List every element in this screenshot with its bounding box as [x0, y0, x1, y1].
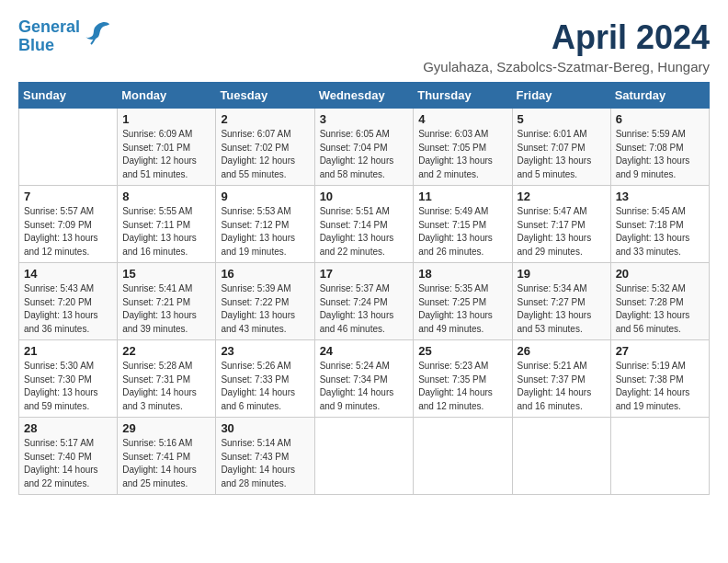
- calendar-cell: 18Sunrise: 5:35 AM Sunset: 7:25 PM Dayli…: [414, 263, 512, 340]
- calendar-cell: 30Sunrise: 5:14 AM Sunset: 7:43 PM Dayli…: [216, 418, 314, 495]
- day-number: 8: [122, 190, 210, 203]
- calendar-cell: 9Sunrise: 5:53 AM Sunset: 7:12 PM Daylig…: [216, 186, 314, 263]
- day-number: 4: [418, 112, 506, 126]
- day-number: 25: [418, 344, 506, 358]
- day-number: 14: [24, 267, 112, 281]
- calendar-cell: 27Sunrise: 5:19 AM Sunset: 7:38 PM Dayli…: [610, 340, 709, 418]
- day-info: Sunrise: 5:30 AM Sunset: 7:30 PM Dayligh…: [24, 360, 112, 413]
- day-info: Sunrise: 5:57 AM Sunset: 7:09 PM Dayligh…: [24, 205, 112, 259]
- calendar-cell: 11Sunrise: 5:49 AM Sunset: 7:15 PM Dayli…: [414, 186, 512, 263]
- weekday-friday: Friday: [512, 83, 610, 109]
- day-info: Sunrise: 5:34 AM Sunset: 7:27 PM Dayligh…: [518, 282, 606, 336]
- weekday-monday: Monday: [118, 83, 216, 109]
- day-number: 18: [418, 267, 506, 281]
- day-number: 2: [221, 112, 309, 126]
- day-info: Sunrise: 5:55 AM Sunset: 7:11 PM Dayligh…: [122, 205, 210, 259]
- day-number: 28: [24, 421, 112, 435]
- day-number: 29: [122, 421, 210, 435]
- day-info: Sunrise: 5:59 AM Sunset: 7:08 PM Dayligh…: [616, 128, 704, 181]
- weekday-thursday: Thursday: [414, 83, 512, 109]
- page-title: April 2024: [423, 18, 710, 57]
- day-info: Sunrise: 5:47 AM Sunset: 7:17 PM Dayligh…: [518, 205, 606, 259]
- day-info: Sunrise: 5:39 AM Sunset: 7:22 PM Dayligh…: [221, 282, 309, 336]
- day-info: Sunrise: 6:09 AM Sunset: 7:01 PM Dayligh…: [122, 128, 210, 181]
- weekday-saturday: Saturday: [610, 83, 709, 109]
- calendar-cell: 19Sunrise: 5:34 AM Sunset: 7:27 PM Dayli…: [512, 263, 610, 340]
- weekday-wednesday: Wednesday: [314, 83, 414, 109]
- day-info: Sunrise: 5:41 AM Sunset: 7:21 PM Dayligh…: [122, 282, 210, 336]
- calendar-cell: 3Sunrise: 6:05 AM Sunset: 7:04 PM Daylig…: [314, 109, 414, 186]
- day-number: 15: [122, 267, 210, 281]
- day-number: 19: [518, 267, 606, 281]
- day-number: 6: [616, 112, 704, 126]
- day-info: Sunrise: 5:49 AM Sunset: 7:15 PM Dayligh…: [418, 205, 506, 259]
- calendar-cell: 1Sunrise: 6:09 AM Sunset: 7:01 PM Daylig…: [118, 109, 216, 186]
- calendar-cell: 13Sunrise: 5:45 AM Sunset: 7:18 PM Dayli…: [610, 186, 709, 263]
- day-number: 26: [518, 344, 606, 358]
- calendar-cell: 6Sunrise: 5:59 AM Sunset: 7:08 PM Daylig…: [610, 109, 709, 186]
- day-info: Sunrise: 5:14 AM Sunset: 7:43 PM Dayligh…: [221, 437, 309, 490]
- day-info: Sunrise: 5:32 AM Sunset: 7:28 PM Dayligh…: [616, 282, 704, 336]
- calendar-week-2: 7Sunrise: 5:57 AM Sunset: 7:09 PM Daylig…: [19, 186, 710, 263]
- day-info: Sunrise: 5:53 AM Sunset: 7:12 PM Dayligh…: [221, 205, 309, 259]
- page-subtitle: Gyulahaza, Szabolcs-Szatmar-Bereg, Hunga…: [423, 59, 710, 75]
- calendar-cell: 7Sunrise: 5:57 AM Sunset: 7:09 PM Daylig…: [19, 186, 118, 263]
- day-info: Sunrise: 5:16 AM Sunset: 7:41 PM Dayligh…: [122, 437, 210, 490]
- calendar-week-5: 28Sunrise: 5:17 AM Sunset: 7:40 PM Dayli…: [19, 418, 710, 495]
- day-info: Sunrise: 5:26 AM Sunset: 7:33 PM Dayligh…: [221, 360, 309, 413]
- logo: General Blue: [18, 18, 113, 55]
- logo-bird-icon: [84, 18, 113, 48]
- calendar-cell: 24Sunrise: 5:24 AM Sunset: 7:34 PM Dayli…: [314, 340, 414, 418]
- calendar-table: SundayMondayTuesdayWednesdayThursdayFrid…: [18, 82, 710, 495]
- calendar-cell: 10Sunrise: 5:51 AM Sunset: 7:14 PM Dayli…: [314, 186, 414, 263]
- calendar-cell: [314, 418, 414, 495]
- day-info: Sunrise: 6:05 AM Sunset: 7:04 PM Dayligh…: [320, 128, 409, 181]
- day-info: Sunrise: 6:01 AM Sunset: 7:07 PM Dayligh…: [518, 128, 606, 181]
- day-info: Sunrise: 5:17 AM Sunset: 7:40 PM Dayligh…: [24, 437, 112, 490]
- calendar-cell: 5Sunrise: 6:01 AM Sunset: 7:07 PM Daylig…: [512, 109, 610, 186]
- day-number: 1: [122, 112, 210, 126]
- weekday-tuesday: Tuesday: [216, 83, 314, 109]
- day-number: 24: [320, 344, 409, 358]
- calendar-body: 1Sunrise: 6:09 AM Sunset: 7:01 PM Daylig…: [19, 109, 710, 495]
- day-number: 17: [320, 267, 409, 281]
- day-number: 21: [24, 344, 112, 358]
- day-number: 11: [418, 190, 506, 203]
- calendar-week-3: 14Sunrise: 5:43 AM Sunset: 7:20 PM Dayli…: [19, 263, 710, 340]
- day-number: 3: [320, 112, 409, 126]
- calendar-cell: 28Sunrise: 5:17 AM Sunset: 7:40 PM Dayli…: [19, 418, 118, 495]
- calendar-week-4: 21Sunrise: 5:30 AM Sunset: 7:30 PM Dayli…: [19, 340, 710, 418]
- calendar-cell: [610, 418, 709, 495]
- day-number: 30: [221, 421, 309, 435]
- calendar-cell: [19, 109, 118, 186]
- day-info: Sunrise: 6:07 AM Sunset: 7:02 PM Dayligh…: [221, 128, 309, 181]
- calendar-cell: 22Sunrise: 5:28 AM Sunset: 7:31 PM Dayli…: [118, 340, 216, 418]
- day-number: 20: [616, 267, 704, 281]
- calendar-cell: 20Sunrise: 5:32 AM Sunset: 7:28 PM Dayli…: [610, 263, 709, 340]
- calendar-cell: 16Sunrise: 5:39 AM Sunset: 7:22 PM Dayli…: [216, 263, 314, 340]
- calendar-cell: 29Sunrise: 5:16 AM Sunset: 7:41 PM Dayli…: [118, 418, 216, 495]
- calendar-cell: [512, 418, 610, 495]
- title-area: April 2024 Gyulahaza, Szabolcs-Szatmar-B…: [423, 18, 710, 75]
- logo-general: General: [18, 17, 80, 36]
- calendar-cell: 17Sunrise: 5:37 AM Sunset: 7:24 PM Dayli…: [314, 263, 414, 340]
- day-number: 10: [320, 190, 409, 203]
- logo-blue: Blue: [18, 37, 80, 55]
- day-number: 12: [518, 190, 606, 203]
- calendar-cell: 14Sunrise: 5:43 AM Sunset: 7:20 PM Dayli…: [19, 263, 118, 340]
- calendar-cell: 2Sunrise: 6:07 AM Sunset: 7:02 PM Daylig…: [216, 109, 314, 186]
- calendar-header: SundayMondayTuesdayWednesdayThursdayFrid…: [19, 83, 710, 109]
- calendar-cell: [414, 418, 512, 495]
- day-number: 7: [24, 190, 112, 203]
- calendar-cell: 15Sunrise: 5:41 AM Sunset: 7:21 PM Dayli…: [118, 263, 216, 340]
- calendar-week-1: 1Sunrise: 6:09 AM Sunset: 7:01 PM Daylig…: [19, 109, 710, 186]
- day-number: 16: [221, 267, 309, 281]
- day-number: 23: [221, 344, 309, 358]
- day-number: 5: [518, 112, 606, 126]
- calendar-cell: 8Sunrise: 5:55 AM Sunset: 7:11 PM Daylig…: [118, 186, 216, 263]
- day-info: Sunrise: 5:24 AM Sunset: 7:34 PM Dayligh…: [320, 360, 409, 413]
- calendar-cell: 4Sunrise: 6:03 AM Sunset: 7:05 PM Daylig…: [414, 109, 512, 186]
- day-number: 9: [221, 190, 309, 203]
- calendar-cell: 12Sunrise: 5:47 AM Sunset: 7:17 PM Dayli…: [512, 186, 610, 263]
- day-info: Sunrise: 5:51 AM Sunset: 7:14 PM Dayligh…: [320, 205, 409, 259]
